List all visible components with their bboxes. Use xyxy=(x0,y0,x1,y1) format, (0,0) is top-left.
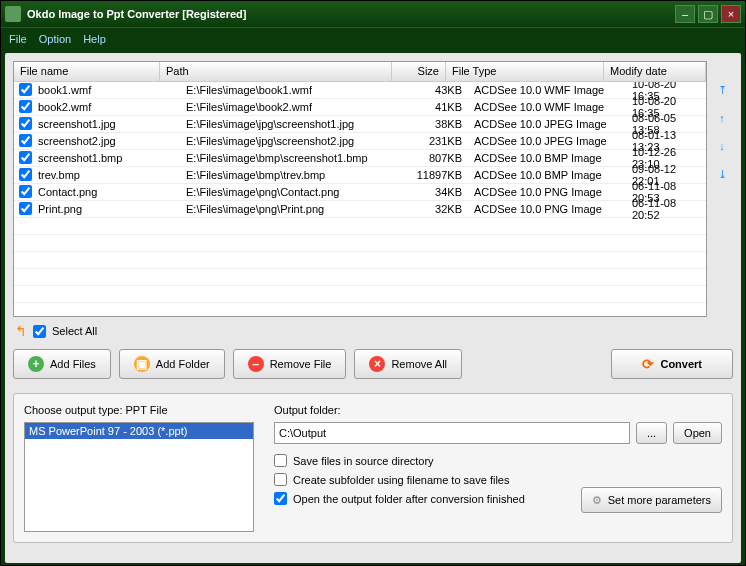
cell-path: E:\Files\image\bmp\screenshot1.bmp xyxy=(182,152,414,164)
main-window: Okdo Image to Ppt Converter [Registered]… xyxy=(0,0,746,566)
maximize-button[interactable]: ▢ xyxy=(698,5,718,23)
output-type-list[interactable]: MS PowerPoint 97 - 2003 (*.ppt) xyxy=(24,422,254,532)
convert-label: Convert xyxy=(660,358,702,370)
row-checkbox[interactable] xyxy=(19,202,32,215)
cell-filename: screenshot2.jpg xyxy=(36,135,182,147)
cell-size: 11897KB xyxy=(414,169,468,181)
table-row[interactable]: Contact.pngE:\Files\image\png\Contact.pn… xyxy=(14,184,706,201)
move-down-button[interactable]: ↓ xyxy=(713,137,731,155)
col-path[interactable]: Path xyxy=(160,62,392,81)
output-folder-input[interactable] xyxy=(274,422,630,444)
menu-help[interactable]: Help xyxy=(83,33,106,45)
table-row[interactable]: trev.bmpE:\Files\image\bmp\trev.bmp11897… xyxy=(14,167,706,184)
file-list-area: File name Path Size File Type Modify dat… xyxy=(13,61,733,317)
remove-file-button[interactable]: – Remove File xyxy=(233,349,347,379)
cell-type: ACDSee 10.0 WMF Image xyxy=(468,84,626,96)
open-after-checkbox[interactable] xyxy=(274,492,287,505)
cell-type: ACDSee 10.0 PNG Image xyxy=(468,186,626,198)
save-in-source-label: Save files in source directory xyxy=(293,455,434,467)
open-folder-button[interactable]: Open xyxy=(673,422,722,444)
row-checkbox[interactable] xyxy=(19,83,32,96)
window-title: Okdo Image to Ppt Converter [Registered] xyxy=(27,8,675,20)
table-row[interactable]: Print.pngE:\Files\image\png\Print.png32K… xyxy=(14,201,706,218)
col-size[interactable]: Size xyxy=(392,62,446,81)
remove-all-button[interactable]: × Remove All xyxy=(354,349,462,379)
cell-type: ACDSee 10.0 WMF Image xyxy=(468,101,626,113)
row-checkbox[interactable] xyxy=(19,117,32,130)
cell-size: 34KB xyxy=(414,186,468,198)
convert-button[interactable]: ⟳ Convert xyxy=(611,349,733,379)
cell-type: ACDSee 10.0 PNG Image xyxy=(468,203,626,215)
cell-path: E:\Files\image\book2.wmf xyxy=(182,101,414,113)
menu-file[interactable]: File xyxy=(9,33,27,45)
add-files-label: Add Files xyxy=(50,358,96,370)
col-modifydate[interactable]: Modify date xyxy=(604,62,706,81)
type-value: PPT File xyxy=(126,404,168,416)
choose-type-label: Choose output type: xyxy=(24,404,122,416)
cell-type: ACDSee 10.0 JPEG Image xyxy=(468,135,626,147)
move-bottom-button[interactable]: ⤓ xyxy=(713,165,731,183)
cell-size: 38KB xyxy=(414,118,468,130)
table-row[interactable]: book2.wmfE:\Files\image\book2.wmf41KBACD… xyxy=(14,99,706,116)
table-row-empty xyxy=(14,218,706,235)
cell-date: 06-11-08 20:52 xyxy=(626,197,706,221)
cell-type: ACDSee 10.0 JPEG Image xyxy=(468,118,626,130)
row-checkbox[interactable] xyxy=(19,168,32,181)
titlebar: Okdo Image to Ppt Converter [Registered]… xyxy=(1,1,745,27)
cell-size: 41KB xyxy=(414,101,468,113)
table-row[interactable]: book1.wmfE:\Files\image\book1.wmf43KBACD… xyxy=(14,82,706,99)
up-level-icon[interactable]: ↰ xyxy=(15,323,27,339)
open-after-label: Open the output folder after conversion … xyxy=(293,493,525,505)
set-params-button[interactable]: ⚙ Set more parameters xyxy=(581,487,722,513)
add-files-button[interactable]: + Add Files xyxy=(13,349,111,379)
window-controls: – ▢ × xyxy=(675,5,741,23)
remove-all-label: Remove All xyxy=(391,358,447,370)
cell-size: 43KB xyxy=(414,84,468,96)
table-row[interactable]: screenshot1.jpgE:\Files\image\jpg\screen… xyxy=(14,116,706,133)
select-all-checkbox[interactable] xyxy=(33,325,46,338)
output-folder-label: Output folder: xyxy=(274,404,722,416)
cell-filename: Print.png xyxy=(36,203,182,215)
close-button[interactable]: × xyxy=(721,5,741,23)
app-icon xyxy=(5,6,21,22)
add-folder-button[interactable]: ▣ Add Folder xyxy=(119,349,225,379)
folder-icon: ▣ xyxy=(134,356,150,372)
table-row[interactable]: screenshot2.jpgE:\Files\image\jpg\screen… xyxy=(14,133,706,150)
menu-option[interactable]: Option xyxy=(39,33,71,45)
row-checkbox[interactable] xyxy=(19,100,32,113)
minus-icon: – xyxy=(248,356,264,372)
cell-path: E:\Files\image\png\Print.png xyxy=(182,203,414,215)
col-filename[interactable]: File name xyxy=(14,62,160,81)
plus-icon: + xyxy=(28,356,44,372)
create-subfolder-checkbox[interactable] xyxy=(274,473,287,486)
table-row-empty xyxy=(14,303,706,316)
cell-path: E:\Files\image\jpg\screenshot1.jpg xyxy=(182,118,414,130)
move-up-button[interactable]: ↑ xyxy=(713,109,731,127)
row-checkbox[interactable] xyxy=(19,134,32,147)
x-icon: × xyxy=(369,356,385,372)
save-in-source-checkbox[interactable] xyxy=(274,454,287,467)
reorder-arrows: ⤒ ↑ ↓ ⤓ xyxy=(711,61,733,317)
browse-button[interactable]: ... xyxy=(636,422,667,444)
move-top-button[interactable]: ⤒ xyxy=(713,81,731,99)
row-checkbox[interactable] xyxy=(19,185,32,198)
output-type-column: Choose output type: PPT File MS PowerPoi… xyxy=(24,404,254,532)
select-all-label: Select All xyxy=(52,325,97,337)
cell-type: ACDSee 10.0 BMP Image xyxy=(468,169,626,181)
output-folder-row: ... Open xyxy=(274,422,722,444)
cell-filename: screenshot1.bmp xyxy=(36,152,182,164)
select-all-row: ↰ Select All xyxy=(13,317,733,345)
type-option-ppt[interactable]: MS PowerPoint 97 - 2003 (*.ppt) xyxy=(25,423,253,439)
add-folder-label: Add Folder xyxy=(156,358,210,370)
file-table: File name Path Size File Type Modify dat… xyxy=(13,61,707,317)
table-row-empty xyxy=(14,269,706,286)
create-subfolder-label: Create subfolder using filename to save … xyxy=(293,474,509,486)
row-checkbox[interactable] xyxy=(19,151,32,164)
action-buttons: + Add Files ▣ Add Folder – Remove File ×… xyxy=(13,345,733,383)
set-params-label: Set more parameters xyxy=(608,494,711,506)
cell-size: 32KB xyxy=(414,203,468,215)
minimize-button[interactable]: – xyxy=(675,5,695,23)
cell-path: E:\Files\image\jpg\screenshot2.jpg xyxy=(182,135,414,147)
table-row[interactable]: screenshot1.bmpE:\Files\image\bmp\screen… xyxy=(14,150,706,167)
col-filetype[interactable]: File Type xyxy=(446,62,604,81)
